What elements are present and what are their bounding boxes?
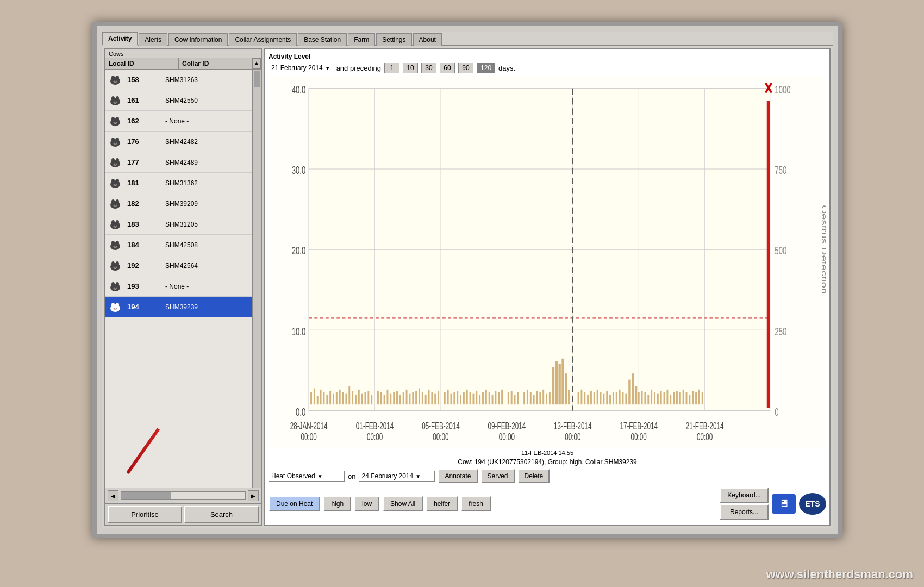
cow-collar-id: - None -: [163, 117, 252, 125]
cow-collar-id: - None -: [163, 283, 252, 290]
cows-scrollbar[interactable]: [252, 70, 261, 488]
tab-farm[interactable]: Farm: [348, 33, 375, 46]
served-button[interactable]: Served: [481, 469, 515, 483]
svg-rect-112: [390, 394, 391, 405]
annotation-date-select[interactable]: 24 February 2014 ▼: [359, 471, 435, 482]
svg-point-44: [116, 220, 119, 224]
cow-row[interactable]: 177SHM42489: [105, 152, 252, 173]
cow-icon: [105, 279, 125, 294]
svg-rect-170: [590, 391, 592, 404]
days-btn-30[interactable]: 30: [421, 63, 436, 73]
annotate-button[interactable]: Annotate: [438, 469, 477, 483]
cow-row[interactable]: 193- None -: [105, 276, 252, 297]
svg-rect-201: [689, 395, 690, 404]
cow-row[interactable]: 162- None -: [105, 111, 252, 132]
svg-rect-137: [472, 394, 474, 405]
cow-collar-id: SHM42482: [163, 138, 252, 146]
cow-row[interactable]: 194SHM39239: [105, 297, 252, 317]
delete-button[interactable]: Delete: [518, 469, 550, 483]
svg-rect-194: [666, 390, 668, 404]
svg-point-14: [116, 117, 119, 121]
cow-row[interactable]: 158SHM31263: [105, 70, 252, 90]
heifer-button[interactable]: heifer: [426, 496, 458, 511]
svg-point-10: [116, 101, 117, 103]
cow-collar-id: SHM39239: [163, 303, 252, 311]
svg-rect-118: [409, 394, 410, 405]
svg-point-67: [111, 303, 115, 307]
col-local-id: Local ID: [105, 58, 179, 69]
days-btn-1[interactable]: 1: [384, 63, 399, 73]
svg-point-8: [116, 96, 119, 101]
annotation-dropdown-arrow[interactable]: ▼: [317, 473, 323, 479]
svg-text:09-FEB-2014: 09-FEB-2014: [488, 420, 526, 431]
svg-rect-177: [613, 392, 614, 404]
tab-settings[interactable]: Settings: [376, 33, 411, 46]
tab-activity[interactable]: Activity: [102, 32, 138, 46]
cow-collar-id: SHM31263: [163, 76, 252, 84]
cow-row[interactable]: 183SHM31205: [105, 214, 252, 235]
svg-rect-119: [412, 392, 414, 404]
due-on-heat-button[interactable]: Due on Heat: [269, 496, 320, 511]
tab-base-station[interactable]: Base Station: [298, 33, 347, 46]
show-all-button[interactable]: Show All: [383, 496, 423, 511]
days-btn-90[interactable]: 90: [458, 63, 473, 73]
search-button[interactable]: Search: [184, 506, 259, 523]
cow-row[interactable]: 176SHM42482: [105, 132, 252, 152]
low-button[interactable]: low: [354, 496, 379, 511]
svg-rect-175: [606, 391, 608, 404]
svg-point-11: [114, 103, 116, 104]
svg-rect-197: [676, 391, 678, 404]
svg-point-5: [114, 82, 116, 83]
scroll-left-arrow[interactable]: ◀: [108, 490, 118, 501]
cow-row[interactable]: 161SHM42550: [105, 90, 252, 111]
date-selector[interactable]: 21 February 2014 ▼: [269, 63, 333, 73]
svg-rect-189: [651, 390, 652, 404]
cow-row[interactable]: 184SHM42508: [105, 235, 252, 255]
svg-text:500: 500: [775, 244, 786, 257]
svg-point-2: [116, 76, 119, 80]
fresh-button[interactable]: fresh: [461, 496, 491, 511]
svg-point-31: [111, 179, 115, 183]
tab-collar-assignments[interactable]: Collar Assignments: [229, 33, 297, 46]
days-btn-10[interactable]: 10: [403, 63, 418, 73]
days-btn-120[interactable]: 120: [477, 63, 495, 73]
svg-rect-167: [580, 390, 582, 404]
svg-point-62: [116, 282, 119, 286]
svg-point-69: [114, 308, 115, 309]
svg-rect-117: [406, 390, 408, 404]
svg-rect-101: [352, 391, 353, 404]
reports-button[interactable]: Reports...: [720, 504, 769, 520]
annotation-type-select[interactable]: Heat Observed ▼: [269, 471, 345, 482]
svg-rect-157: [523, 392, 525, 404]
horizontal-scrollbar[interactable]: [121, 491, 246, 500]
svg-rect-154: [561, 359, 564, 404]
cow-local-id: 176: [125, 138, 163, 146]
high-button[interactable]: high: [323, 496, 351, 511]
annotation-date-arrow[interactable]: ▼: [415, 473, 421, 479]
ets-logo: ETS: [799, 493, 826, 515]
svg-rect-173: [600, 392, 602, 404]
prioritise-button[interactable]: Prioritise: [108, 506, 182, 523]
tab-about[interactable]: About: [413, 33, 442, 46]
svg-point-29: [114, 165, 116, 166]
cow-row[interactable]: 182SHM39209: [105, 193, 252, 214]
svg-point-47: [114, 227, 116, 228]
days-btn-60[interactable]: 60: [440, 63, 455, 73]
scroll-up-button[interactable]: ▲: [252, 58, 261, 69]
cow-row[interactable]: 192SHM42564: [105, 255, 252, 276]
svg-point-65: [114, 289, 116, 290]
tab-alerts[interactable]: Alerts: [139, 33, 167, 46]
date-controls: 21 February 2014 ▼ and preceding 1 10 30…: [269, 63, 826, 73]
cow-row[interactable]: 181SHM31362: [105, 173, 252, 193]
date-dropdown-arrow[interactable]: ▼: [325, 65, 330, 71]
keyboard-button[interactable]: Keyboard...: [720, 488, 769, 503]
svg-rect-104: [361, 394, 363, 405]
svg-rect-145: [498, 392, 500, 404]
tab-cow-information[interactable]: Cow Information: [168, 33, 228, 46]
cow-collar-id: SHM42550: [163, 97, 252, 104]
cow-local-id: 194: [125, 303, 163, 311]
svg-rect-196: [673, 392, 675, 404]
scroll-right-arrow[interactable]: ▶: [248, 490, 259, 501]
svg-point-64: [116, 287, 117, 289]
svg-rect-166: [578, 392, 579, 404]
